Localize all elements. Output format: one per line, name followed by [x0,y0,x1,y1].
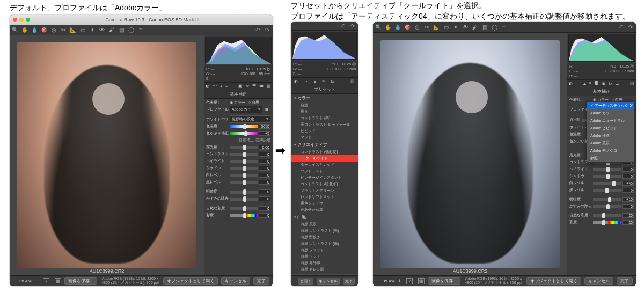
zoom-in-icon[interactable]: + [398,278,401,284]
preset-item[interactable]: 白黒 フラット [291,247,358,253]
vibrance-value[interactable]: -30 [622,213,634,218]
radial-filter-icon[interactable]: ◯ [491,24,497,31]
histogram[interactable] [292,32,357,60]
tab-snap-icon[interactable]: ▤ [267,84,271,89]
black-slider[interactable] [230,181,258,184]
preset-item[interactable]: 白黒 コントラスト (高) [291,228,358,234]
preset-item[interactable]: 白黒 赤外線 [291,260,358,266]
save-image-button[interactable]: 画像を保存... [64,277,97,285]
preset-item[interactable]: コントラスト (暖色系) [291,181,358,187]
file-info[interactable]: Adobe RGB (1998); 16 bit; 3200 x 4800 (1… [100,276,160,286]
preset-item[interactable]: 輝き [291,108,358,115]
prefs-icon[interactable]: ≡ [501,24,507,31]
grad-filter-icon[interactable]: ▤ [481,24,488,31]
preset-item[interactable]: 暖色シャドウ [291,200,358,207]
white-slider[interactable] [230,174,258,177]
bw-radio[interactable]: ○ 白黒 [248,100,259,105]
tab-split-icon[interactable]: ≣ [231,84,235,89]
histogram[interactable] [568,34,635,62]
preset-item[interactable]: 白黒 風景 [291,221,358,228]
preset-group[interactable]: 白黒 [291,213,358,221]
preset-item[interactable]: コントラスト (高) [291,115,358,121]
spot-tool-icon[interactable]: ✦ [89,27,96,33]
wb-tool-icon[interactable]: 💧 [394,24,401,31]
white-value[interactable]: 0 [259,173,270,178]
temp-value[interactable]: 5050 [259,124,270,129]
histogram[interactable] [205,36,272,64]
sampler-tool-icon[interactable]: 🎯 [404,24,411,31]
tint-value[interactable]: +5 [259,131,270,136]
cancel-button[interactable]: キャンセル [317,278,340,285]
tab-hsl-icon[interactable]: ≡ [323,79,325,84]
profile-dropdown-menu[interactable]: アーティスティック 04Adobe カラーAdobe ニュートラルAdobe ビ… [587,101,635,163]
preset-item[interactable]: クールライト [291,155,358,162]
tab-fx-icon[interactable]: fx [331,79,334,84]
saturation-value[interactable]: -30 [622,220,634,225]
preset-item[interactable]: 白黒 セピア調 [291,273,358,274]
preset-item[interactable]: コントラスト (低彩度) [291,149,358,155]
profile-menu-item[interactable]: Adobe ニュートラル [587,117,634,125]
wb-tool-icon[interactable]: 💧 [31,27,38,33]
zoom-level[interactable]: 35.4% [19,279,32,283]
tint-slider[interactable] [230,132,258,135]
profile-menu-item[interactable]: Adobe 標準 [587,132,634,140]
grad-filter-icon[interactable]: ▤ [118,27,125,33]
preset-item[interactable]: 白黒 型抜き [291,234,358,240]
highlight-slider[interactable] [230,160,258,163]
tab-basic-icon[interactable]: ◐ [569,81,573,86]
clarity-value[interactable]: +10 [622,197,634,202]
preset-item[interactable]: 色あせた写真 [291,207,358,213]
shadow-value[interactable]: 0 [622,174,634,179]
tab-hsl-icon[interactable]: ≡ [589,81,591,86]
done-button[interactable]: 完了 [617,277,633,285]
tab-snap-icon[interactable]: ▤ [350,79,355,84]
vibrance-slider[interactable] [230,207,258,210]
profile-menu-item[interactable]: Adobe 風景 [587,140,634,147]
rotate-ccw-icon[interactable]: ↶ [340,23,346,30]
file-info[interactable]: Adobe RGB (1998); 16 bit; 3200 x 4800 (1… [464,276,523,286]
contrast-slider[interactable] [230,153,258,156]
profile-menu-item[interactable]: アーティスティック 04 [587,102,634,110]
tab-hsl-icon[interactable]: ≡ [225,84,228,89]
sampler-tool-icon[interactable]: 🎯 [41,27,47,33]
cancel-button[interactable]: キャンセル [221,277,250,285]
white-slider[interactable] [593,182,621,185]
preset-item[interactable]: ターコイズとレッド [291,162,358,168]
zoom-out-icon[interactable]: − [13,278,16,284]
wb-dropdown[interactable]: 撮影時の設定▾ [230,115,270,123]
profile-menu-item[interactable]: Adobe ビビッド [587,125,634,132]
adjust-brush-icon[interactable]: 🖌 [472,24,478,31]
transform-tool-icon[interactable]: ▭ [79,27,86,33]
preset-item[interactable]: 白黒 セレン調 [291,266,358,273]
toggle-preview-icon[interactable]: ▦ [418,278,425,284]
saturation-slider[interactable] [593,221,621,224]
contrast-value[interactable]: 0 [259,152,270,157]
dehaze-slider[interactable] [593,205,621,208]
save-image-button[interactable]: 画像を保存... [428,277,460,285]
tab-detail-icon[interactable]: ▴ [583,81,586,86]
tab-cal-icon[interactable]: ☰ [616,81,619,86]
saturation-value[interactable]: 0 [259,213,270,218]
toggle-preview-icon[interactable]: ▦ [55,278,61,284]
crop-tool-icon[interactable]: ✂ [423,24,430,31]
toggle-y[interactable]: Y [406,278,413,284]
tab-snap-icon[interactable]: ▤ [630,81,634,86]
zoom-icon[interactable] [26,18,30,22]
open-object-button[interactable]: オブジェクトとして開く [526,277,581,285]
redeye-tool-icon[interactable]: 👁 [99,27,105,33]
zoom-in-icon[interactable]: + [35,278,38,284]
profile-menu-item[interactable]: 参照... [587,155,634,162]
hand-tool-icon[interactable]: ✋ [385,24,391,31]
vibrance-value[interactable]: 0 [259,206,270,211]
tab-basic-icon[interactable]: ◐ [206,84,209,89]
preset-group[interactable]: カラー [291,94,358,102]
close-icon[interactable] [13,18,17,22]
clarity-slider[interactable] [593,198,621,201]
toggle-y[interactable]: Y [43,278,49,284]
tab-detail-icon[interactable]: ▴ [314,79,316,84]
tab-fx-icon[interactable]: fx [609,81,612,86]
rotate-ccw-icon[interactable]: ↶ [618,24,624,31]
preset-item[interactable]: 白黒 ソフト [291,253,358,260]
tab-curve-icon[interactable]: 〰 [304,79,308,84]
black-value[interactable]: -5 [622,188,634,193]
